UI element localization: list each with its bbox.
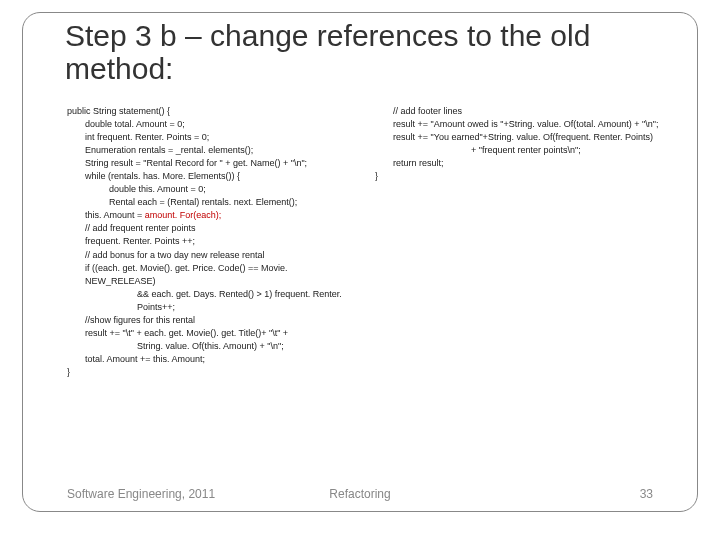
code-line: while (rentals. has. More. Elements()) {: [85, 170, 359, 183]
code-line: // add footer lines: [393, 105, 667, 118]
code-line: result += "Amount owed is "+String. valu…: [393, 118, 667, 131]
code-line: // add frequent renter points: [85, 222, 359, 235]
code-line: double this. Amount = 0;: [109, 183, 359, 196]
code-line: String result = "Rental Record for " + g…: [85, 157, 359, 170]
code-line: }: [375, 170, 667, 183]
code-content: public String statement() { double total…: [67, 105, 667, 467]
slide: Step 3 b – change references to the old …: [0, 0, 720, 540]
code-line: this. Amount = amount. For(each);: [85, 209, 359, 222]
slide-footer: Software Engineering, 2011 Refactoring 3…: [67, 487, 653, 501]
code-line: Rental each = (Rental) rentals. next. El…: [109, 196, 359, 209]
slide-frame: Step 3 b – change references to the old …: [22, 12, 698, 512]
code-column-left: public String statement() { double total…: [67, 105, 367, 467]
code-line: result += "You earned"+String. value. Of…: [393, 131, 667, 144]
code-line: // add bonus for a two day new release r…: [85, 249, 359, 262]
code-line: return result;: [393, 157, 667, 170]
code-column-right: // add footer lines result += "Amount ow…: [367, 105, 667, 467]
code-line: && each. get. Days. Rented() > 1) freque…: [137, 288, 359, 314]
footer-center: Refactoring: [329, 487, 390, 501]
code-line: int frequent. Renter. Points = 0;: [85, 131, 359, 144]
code-line: total. Amount += this. Amount;: [85, 353, 359, 366]
code-line: frequent. Renter. Points ++;: [85, 235, 359, 248]
code-highlight: amount. For(each);: [145, 210, 222, 220]
code-line: Enumeration rentals = _rental. elements(…: [85, 144, 359, 157]
slide-title: Step 3 b – change references to the old …: [65, 19, 697, 85]
footer-page-number: 33: [640, 487, 653, 501]
footer-left: Software Engineering, 2011: [67, 487, 215, 501]
code-line: double total. Amount = 0;: [85, 118, 359, 131]
code-line: result += "\t" + each. get. Movie(). get…: [85, 327, 359, 340]
code-line: if ((each. get. Movie(). get. Price. Cod…: [85, 262, 359, 288]
code-line: //show figures for this rental: [85, 314, 359, 327]
code-text: this. Amount =: [85, 210, 145, 220]
code-line: + "frequent renter points\n";: [471, 144, 667, 157]
code-line: String. value. Of(this. Amount) + "\n";: [137, 340, 359, 353]
code-line: public String statement() {: [67, 105, 359, 118]
code-line: }: [67, 366, 359, 379]
